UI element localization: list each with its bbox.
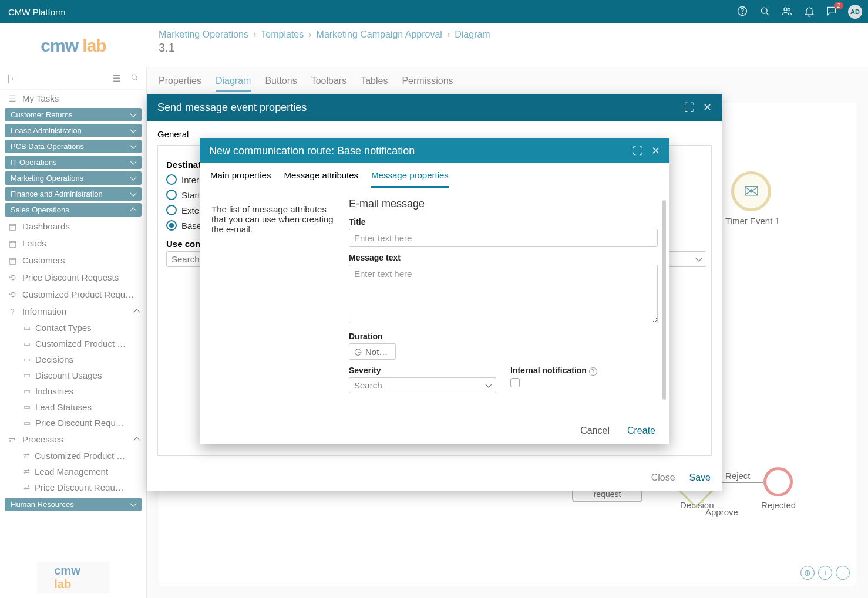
duration-input[interactable]: ◷Not… <box>349 343 396 360</box>
people-icon[interactable] <box>781 5 793 19</box>
bell-icon[interactable] <box>803 5 815 19</box>
help-icon[interactable] <box>736 5 748 19</box>
app-title: CMW Platform <box>6 7 736 17</box>
chevron-down-icon <box>485 381 492 387</box>
search-icon[interactable] <box>759 5 771 19</box>
svg-point-5 <box>788 8 790 11</box>
hint-text: The list of message attributes that you … <box>211 198 335 408</box>
message-textarea[interactable] <box>349 265 658 323</box>
avatar[interactable]: AD <box>848 5 862 19</box>
close-icon[interactable]: ✕ <box>703 101 712 114</box>
outer-close-button[interactable]: Close <box>651 472 675 483</box>
scrollbar[interactable] <box>662 200 666 400</box>
title-label: Title <box>349 217 658 227</box>
duration-label: Duration <box>349 332 658 341</box>
message-label: Message text <box>349 253 658 262</box>
outer-save-button[interactable]: Save <box>689 472 711 483</box>
chat-badge: 2 <box>834 2 843 9</box>
severity-dropdown[interactable]: Search <box>349 377 496 393</box>
form-header: E-mail message <box>349 198 658 210</box>
help-icon[interactable]: ? <box>589 367 597 376</box>
close-icon[interactable]: ✕ <box>651 144 660 157</box>
inner-tab-main[interactable]: Main properties <box>210 170 271 188</box>
chevron-down-icon <box>695 255 702 261</box>
svg-point-2 <box>761 8 767 13</box>
svg-point-4 <box>784 8 787 11</box>
outer-modal-title: Send message event properties <box>157 102 307 114</box>
create-button[interactable]: Create <box>627 425 655 436</box>
expand-icon[interactable]: ⛶ <box>633 145 643 157</box>
cancel-button[interactable]: Cancel <box>580 425 610 436</box>
inner-tab-attributes[interactable]: Message attributes <box>284 170 358 188</box>
internal-notification-checkbox[interactable] <box>510 378 520 387</box>
svg-point-1 <box>742 13 743 13</box>
internal-notification-label: Internal notification? <box>510 366 658 376</box>
severity-label: Severity <box>349 366 496 375</box>
chat-icon[interactable]: 2 <box>826 5 837 19</box>
svg-line-3 <box>766 12 769 15</box>
top-bar: CMW Platform 2 AD <box>0 0 868 23</box>
outer-tab-general[interactable]: General <box>157 129 189 139</box>
inner-modal-title: New communication route: Base notificati… <box>209 145 415 157</box>
expand-icon[interactable]: ⛶ <box>684 102 695 114</box>
title-input[interactable] <box>349 229 658 247</box>
inner-tab-properties[interactable]: Message properties <box>371 170 449 188</box>
clock-icon: ◷ <box>354 346 362 357</box>
inner-modal: New communication route: Base notificati… <box>200 138 669 444</box>
